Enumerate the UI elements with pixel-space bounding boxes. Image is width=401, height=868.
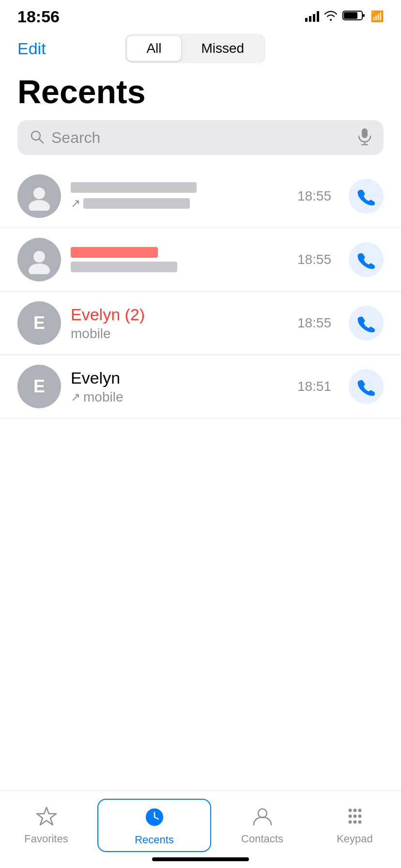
edit-button[interactable]: Edit: [17, 39, 46, 58]
svg-point-19: [358, 809, 361, 812]
svg-line-4: [39, 139, 43, 143]
search-bar[interactable]: Search: [17, 120, 384, 155]
call-phone-button-2[interactable]: [349, 242, 384, 277]
redacted-sub-1: [83, 198, 190, 209]
svg-point-17: [348, 809, 352, 812]
svg-point-22: [358, 815, 361, 818]
call-info-2: [71, 247, 288, 272]
call-time-3: 18:55: [297, 315, 331, 331]
avatar-2: [17, 238, 61, 281]
header: Edit All Missed: [0, 29, 401, 68]
call-subtext-1: ↗: [71, 197, 288, 210]
keypad-icon: [342, 804, 368, 829]
svg-rect-2: [344, 12, 357, 19]
redacted-name-1: [71, 182, 197, 193]
outgoing-arrow-4: ↗: [71, 390, 80, 404]
person-icon: [250, 804, 275, 829]
call-subtext-3: mobile: [71, 326, 288, 341]
segment-missed[interactable]: Missed: [182, 36, 264, 61]
redacted-sub-2: [71, 262, 177, 272]
call-item-2[interactable]: 18:55: [0, 228, 401, 292]
tab-favorites-label: Favorites: [24, 833, 68, 845]
call-item-4[interactable]: E Evelyn ↗ mobile 18:51: [0, 355, 401, 418]
svg-point-21: [353, 815, 356, 818]
avatar-1: [17, 174, 61, 218]
mic-icon[interactable]: [357, 128, 372, 147]
call-info-1: ↗: [71, 182, 288, 210]
call-list: ↗ 18:55 18:55 E: [0, 165, 401, 418]
svg-marker-12: [37, 807, 56, 825]
tab-keypad[interactable]: Keypad: [308, 799, 401, 850]
svg-point-18: [353, 809, 356, 812]
tab-contacts[interactable]: Contacts: [216, 799, 308, 850]
call-item-3[interactable]: E Evelyn (2) mobile 18:55: [0, 292, 401, 355]
svg-point-8: [33, 187, 45, 199]
call-info-4: Evelyn ↗ mobile: [71, 369, 288, 405]
svg-rect-1: [363, 14, 365, 17]
call-name-3: Evelyn (2): [71, 305, 288, 324]
tab-recents[interactable]: Recents: [97, 799, 211, 852]
redacted-name-2: [71, 247, 158, 258]
svg-point-25: [358, 821, 361, 824]
tab-favorites[interactable]: Favorites: [0, 799, 93, 850]
svg-point-23: [348, 821, 352, 824]
tab-keypad-label: Keypad: [337, 833, 373, 845]
home-indicator: [152, 857, 249, 861]
segment-control: All Missed: [125, 34, 265, 63]
svg-rect-5: [362, 128, 368, 138]
page-title: Recents: [0, 68, 401, 120]
call-phone-button-1[interactable]: [349, 179, 384, 214]
call-phone-button-4[interactable]: [349, 369, 384, 404]
call-name-4: Evelyn: [71, 369, 288, 388]
svg-point-9: [29, 200, 50, 211]
status-time: 18:56: [17, 7, 60, 26]
call-item-1[interactable]: ↗ 18:55: [0, 165, 401, 228]
status-icons: 📶: [305, 10, 384, 23]
wifi-icon: [324, 10, 338, 23]
svg-point-20: [348, 815, 352, 818]
outgoing-arrow-1: ↗: [71, 197, 80, 210]
call-info-3: Evelyn (2) mobile: [71, 305, 288, 341]
segment-all[interactable]: All: [127, 36, 181, 61]
avatar-3: E: [17, 301, 61, 345]
search-icon: [29, 129, 45, 146]
battery-icon: [342, 10, 366, 23]
signal-icon: [305, 11, 319, 22]
call-time-2: 18:55: [297, 252, 331, 267]
tab-contacts-label: Contacts: [241, 833, 283, 845]
tab-bar: Favorites Recents Contacts: [0, 790, 401, 868]
svg-point-10: [33, 251, 45, 263]
call-time-1: 18:55: [297, 188, 331, 204]
svg-point-11: [29, 264, 50, 274]
svg-point-16: [258, 809, 267, 818]
svg-point-24: [353, 821, 356, 824]
clock-icon: [142, 805, 167, 830]
star-icon: [34, 804, 59, 829]
status-bar: 18:56 📶: [0, 0, 401, 29]
call-phone-button-3[interactable]: [349, 306, 384, 341]
sim-icon: 📶: [370, 10, 384, 23]
call-time-4: 18:51: [297, 379, 331, 394]
call-subtext-4: ↗ mobile: [71, 389, 288, 405]
avatar-4: E: [17, 365, 61, 408]
search-placeholder: Search: [51, 129, 351, 147]
tab-recents-label: Recents: [135, 834, 174, 846]
